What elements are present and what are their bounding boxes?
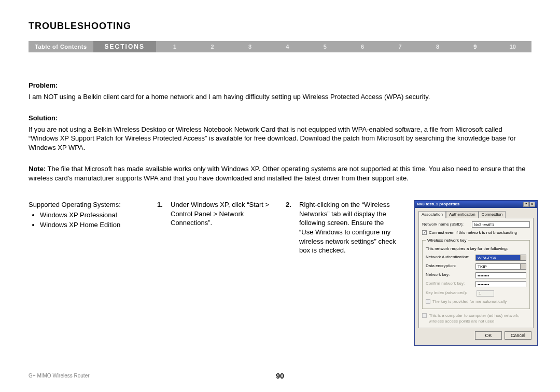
key-desc: This network requires a key for the foll… bbox=[426, 246, 526, 252]
key-fieldset-legend: Wireless network key bbox=[426, 238, 468, 243]
adhoc-label: This is a computer-to-computer (ad hoc) … bbox=[429, 313, 530, 325]
nav-section-9[interactable]: 9 bbox=[456, 41, 494, 52]
enc-dropdown[interactable]: TKIP bbox=[475, 263, 526, 270]
adhoc-checkbox bbox=[422, 313, 427, 318]
nav-section-10[interactable]: 10 bbox=[494, 41, 531, 52]
step-2-num: 2. bbox=[286, 200, 294, 255]
note-label: Note: bbox=[29, 165, 46, 173]
tab-connection[interactable]: Connection bbox=[479, 211, 506, 218]
solution-text: If you are not using a Belkin Wireless D… bbox=[29, 125, 531, 152]
step-2-column: 2. Right-clicking on the “Wireless Netwo… bbox=[286, 200, 400, 255]
netkey-input[interactable]: •••••••• bbox=[475, 272, 526, 278]
nav-section-1[interactable]: 1 bbox=[156, 41, 193, 52]
nav-section-5[interactable]: 5 bbox=[306, 41, 344, 52]
page-title: TROUBLESHOOTING bbox=[29, 21, 531, 32]
nav-section-6[interactable]: 6 bbox=[344, 41, 381, 52]
connect-even-label: Connect even if this network is not broa… bbox=[429, 230, 517, 236]
close-icon[interactable]: × bbox=[529, 202, 535, 207]
step-2-text: Right-clicking on the “Wireless Networks… bbox=[299, 200, 400, 255]
cancel-button[interactable]: Cancel bbox=[505, 331, 531, 340]
keyidx-stepper: 1 bbox=[477, 290, 494, 297]
os-item-home: Windows XP Home Edition bbox=[40, 220, 143, 230]
problem-text: I am NOT using a Belkin client card for … bbox=[29, 92, 531, 102]
dialog-title: Nv3 testE1 properties bbox=[417, 202, 459, 207]
confirm-input[interactable]: •••••••• bbox=[475, 281, 526, 287]
properties-dialog: Nv3 testE1 properties ? × Association Au… bbox=[414, 200, 538, 346]
netkey-label: Network key: bbox=[426, 272, 473, 278]
auth-label: Network Authentication: bbox=[426, 255, 473, 260]
keyidx-label: Key index (advanced): bbox=[426, 290, 473, 296]
auto-key-label: The key is provided for me automatically bbox=[432, 299, 507, 305]
nav-sections-label: SECTIONS bbox=[93, 41, 156, 52]
help-icon[interactable]: ? bbox=[523, 202, 529, 207]
nav-section-8[interactable]: 8 bbox=[419, 41, 456, 52]
auth-dropdown[interactable]: WPA-PSK bbox=[475, 255, 526, 261]
step-1-column: 1. Under Windows XP, click “Start > Cont… bbox=[157, 200, 271, 228]
step-1-text: Under Windows XP, click “Start > Control… bbox=[171, 200, 271, 228]
step-1-num: 1. bbox=[157, 200, 165, 228]
solution-label: Solution: bbox=[29, 114, 531, 123]
confirm-label: Confirm network key: bbox=[426, 281, 473, 287]
auto-key-checkbox bbox=[426, 299, 430, 304]
connect-even-checkbox[interactable]: ✓ bbox=[422, 230, 427, 235]
ok-button[interactable]: OK bbox=[475, 331, 502, 340]
nav-toc[interactable]: Table of Contents bbox=[29, 41, 93, 52]
note-paragraph: Note: The file that Microsoft has made a… bbox=[29, 164, 531, 183]
os-item-pro: Windows XP Professional bbox=[40, 211, 143, 220]
tab-authentication[interactable]: Authentication bbox=[446, 211, 479, 218]
nav-section-7[interactable]: 7 bbox=[381, 41, 418, 52]
footer-product: G+ MIMO Wireless Router bbox=[29, 373, 90, 379]
section-navbar: Table of Contents SECTIONS 1 2 3 4 5 6 7… bbox=[29, 41, 531, 52]
ssid-input[interactable]: Nv3 testE1 bbox=[472, 221, 530, 228]
nav-section-4[interactable]: 4 bbox=[269, 41, 306, 52]
supported-os-title: Supported Operating Systems: bbox=[29, 200, 143, 209]
note-text: The file that Microsoft has made availab… bbox=[29, 165, 525, 182]
nav-section-2[interactable]: 2 bbox=[193, 41, 231, 52]
supported-os-column: Supported Operating Systems: Windows XP … bbox=[29, 200, 143, 231]
nav-section-3[interactable]: 3 bbox=[231, 41, 269, 52]
ssid-label: Network name (SSID): bbox=[422, 222, 470, 228]
tab-association[interactable]: Association bbox=[418, 211, 446, 218]
problem-label: Problem: bbox=[29, 81, 531, 90]
page-number: 90 bbox=[276, 372, 284, 380]
enc-label: Data encryption: bbox=[426, 263, 473, 269]
